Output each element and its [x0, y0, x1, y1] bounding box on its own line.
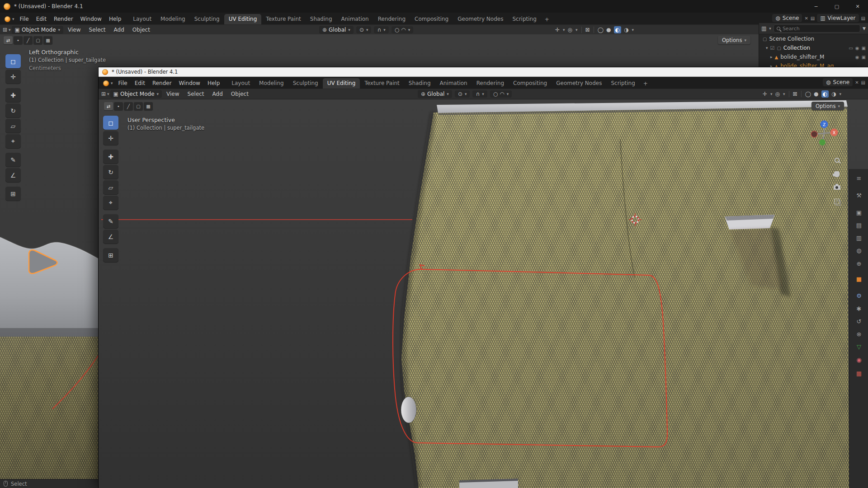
tool-move[interactable]: ✚ [5, 88, 21, 102]
menu-add[interactable]: Add [209, 89, 226, 99]
tool-measure[interactable]: ∠ [103, 230, 118, 244]
mode-dropdown[interactable]: ▣Object Mode▾ [12, 26, 63, 34]
tool-annotate[interactable]: ✎ [5, 153, 21, 167]
properties-tab-particles-icon[interactable]: ✱ [849, 303, 868, 314]
options-button[interactable]: Options▾ [811, 102, 844, 110]
perspective-toggle-icon[interactable] [832, 197, 842, 206]
properties-tab-object-icon[interactable]: ■ [849, 273, 868, 284]
tab-scripting[interactable]: Scripting [606, 78, 639, 89]
unlink-scene-icon[interactable]: ✕ [855, 80, 859, 85]
properties-tab-view-layer-icon[interactable]: ▥ [849, 232, 868, 243]
tab-texture-paint[interactable]: Texture Paint [360, 78, 404, 89]
expand-icon[interactable]: ▸ [770, 55, 773, 59]
minimize-button[interactable]: ─ [806, 0, 826, 13]
snap-dropdown[interactable]: ∩▾ [472, 90, 487, 98]
render-camera-icon[interactable]: ▣ [862, 46, 866, 51]
tab-layout[interactable]: Layout [227, 78, 255, 89]
hide-eye-icon[interactable]: ◉ [855, 46, 859, 51]
editor-type-icon[interactable]: ⊞ [3, 27, 7, 33]
fg-3d-viewport[interactable]: ⇄ • ╱ ▢ ▩ Options▾ User Perspective (1) … [99, 99, 868, 488]
maximize-button[interactable]: ▢ [826, 0, 847, 13]
tool-cursor[interactable]: ✛ [5, 70, 21, 84]
tab-modeling[interactable]: Modeling [156, 14, 190, 24]
edge-select-icon[interactable]: ╱ [124, 102, 133, 110]
uv-sync-toggle[interactable]: ⇄ [104, 102, 113, 110]
tab-shading[interactable]: Shading [404, 78, 435, 89]
shading-material-preview-active[interactable]: ◐ [821, 90, 829, 98]
tool-scale[interactable]: ▱ [5, 119, 21, 133]
editor-type-icon[interactable]: ⊞ [101, 91, 106, 97]
overlays-toggle-icon[interactable]: ◎ [775, 91, 780, 97]
properties-tab-output-icon[interactable]: ▤ [849, 220, 868, 230]
menu-select[interactable]: Select [85, 24, 109, 35]
pivot-dropdown[interactable]: ⊙▾ [356, 26, 372, 33]
tab-texture-paint[interactable]: Texture Paint [261, 14, 305, 24]
out-row-object-1[interactable]: ▸ ▲ bolide_shifter_M ◉ ▣ [759, 52, 868, 61]
shading-rendered-icon[interactable]: ◑ [831, 91, 836, 97]
app-menu-button[interactable]: ▾ [3, 14, 16, 24]
tab-rendering[interactable]: Rendering [472, 78, 509, 89]
properties-tab-scene-icon[interactable]: ◍ [849, 245, 868, 256]
menu-view[interactable]: View [163, 89, 183, 99]
proportional-edit-dropdown[interactable]: ○◠▾ [392, 26, 414, 33]
tab-modeling[interactable]: Modeling [255, 78, 288, 89]
face-select-icon[interactable]: ▢ [134, 102, 143, 110]
checkbox-icon[interactable]: ☑ [770, 45, 775, 51]
properties-tab-world-icon[interactable]: ⊕ [849, 258, 868, 269]
properties-tab-modifiers-icon[interactable]: ⚙ [849, 290, 868, 301]
menu-render[interactable]: Render [50, 14, 77, 24]
properties-tab-constraints-icon[interactable]: ⊗ [849, 328, 868, 339]
search-input[interactable] [783, 26, 857, 32]
add-workspace-button[interactable]: + [640, 79, 651, 89]
menu-object[interactable]: Object [227, 89, 252, 99]
gizmos-toggle-icon[interactable]: ✛ [555, 27, 560, 33]
menu-view[interactable]: View [64, 24, 84, 35]
menu-help[interactable]: Help [204, 78, 223, 89]
out-row-collection[interactable]: ▾ ☑ ▢ Collection ▭ ◉ ▣ [759, 43, 868, 52]
expand-icon[interactable]: ▾ [766, 46, 768, 50]
properties-tab-physics-icon[interactable]: ↺ [849, 316, 868, 327]
navigation-gizmo[interactable]: Z X [808, 117, 840, 149]
render-camera-icon[interactable]: ▣ [862, 55, 866, 60]
tool-transform[interactable]: ⌖ [103, 196, 118, 210]
hide-eye-icon[interactable]: ◉ [855, 55, 859, 60]
tab-animation[interactable]: Animation [337, 14, 373, 24]
tool-measure[interactable]: ∠ [5, 168, 21, 182]
tool-rotate[interactable]: ↻ [103, 165, 118, 179]
orientation-dropdown[interactable]: ⊕Global▾ [319, 26, 354, 34]
menu-window[interactable]: Window [77, 14, 105, 24]
tool-add-cube[interactable]: ⊞ [103, 248, 118, 262]
close-button[interactable]: ✕ [847, 0, 868, 13]
xray-toggle-icon[interactable]: ⊠ [793, 91, 797, 97]
menu-select[interactable]: Select [184, 89, 208, 99]
orientation-dropdown[interactable]: ⊕Global▾ [418, 90, 452, 98]
scene-selector[interactable]: ◍Scene [823, 78, 853, 86]
out-row-scene-collection[interactable]: ▢ Scene Collection [759, 34, 868, 43]
tool-rotate[interactable]: ↻ [5, 103, 21, 117]
gizmo-y-axis[interactable] [819, 139, 826, 145]
menu-edit[interactable]: Edit [33, 14, 50, 24]
properties-tab-tool-icon[interactable]: ⚒ [849, 190, 868, 201]
new-viewlayer-icon[interactable]: ▤ [861, 16, 865, 21]
tool-scale[interactable]: ▱ [103, 180, 118, 194]
proportional-edit-dropdown[interactable]: ○◠▾ [490, 90, 512, 98]
gizmos-toggle-icon[interactable]: ✛ [763, 91, 767, 97]
tab-animation[interactable]: Animation [435, 78, 472, 89]
menu-render[interactable]: Render [149, 78, 175, 89]
tool-annotate[interactable]: ✎ [103, 214, 118, 228]
tab-layout[interactable]: Layout [128, 14, 156, 24]
menu-file[interactable]: File [115, 78, 131, 89]
tab-compositing[interactable]: Compositing [509, 78, 552, 89]
shading-material-preview-active[interactable]: ◐ [614, 26, 621, 33]
properties-tab-render-icon[interactable]: ▣ [849, 207, 868, 218]
zoom-icon[interactable] [832, 155, 842, 165]
unlink-scene-icon[interactable]: ✕ [804, 16, 808, 21]
tab-uv-editing[interactable]: UV Editing [323, 78, 360, 89]
pivot-dropdown[interactable]: ⊙▾ [455, 90, 470, 98]
tab-geometry-nodes[interactable]: Geometry Nodes [453, 14, 508, 24]
tab-compositing[interactable]: Compositing [410, 14, 453, 24]
xray-toggle-icon[interactable]: ⊠ [585, 27, 590, 33]
options-button[interactable]: Options▾ [718, 36, 750, 44]
shading-wireframe-icon[interactable]: ◯ [805, 91, 811, 97]
pan-hand-icon[interactable] [832, 169, 842, 179]
